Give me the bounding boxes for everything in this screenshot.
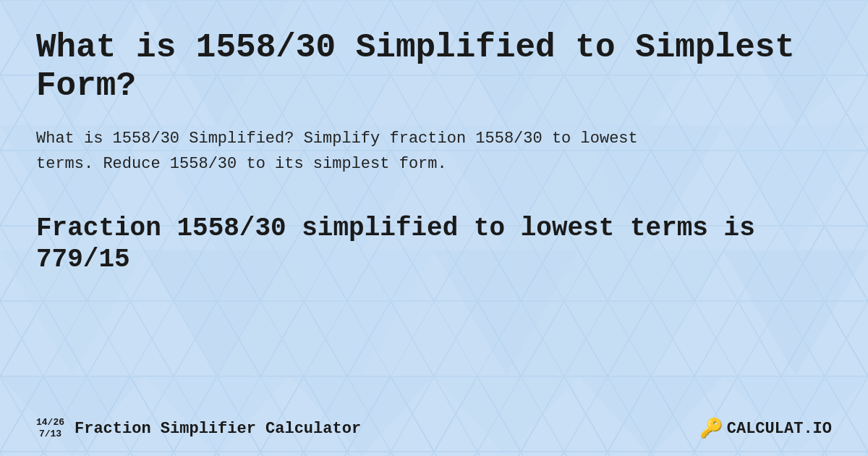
footer: 14/26 7/13 Fraction Simplifier Calculato… [36,417,832,440]
page-title: What is 1558/30 Simplified to Simplest F… [36,29,832,106]
calculat-logo: 🔑 CALCULAT.IO [699,417,832,440]
main-content: What is 1558/30 Simplified to Simplest F… [0,0,868,319]
logo-text: CALCULAT.IO [727,420,832,438]
footer-fraction: 14/26 7/13 [36,417,64,439]
fraction-bottom: 7/13 [39,428,61,440]
footer-label: Fraction Simplifier Calculator [75,420,361,438]
logo-icon: 🔑 [699,417,723,440]
description-text: What is 1558/30 Simplified? Simplify fra… [36,126,687,177]
result-heading: Fraction 1558/30 simplified to lowest te… [36,213,832,275]
footer-left: 14/26 7/13 Fraction Simplifier Calculato… [36,417,361,439]
fraction-top: 14/26 [36,417,64,428]
